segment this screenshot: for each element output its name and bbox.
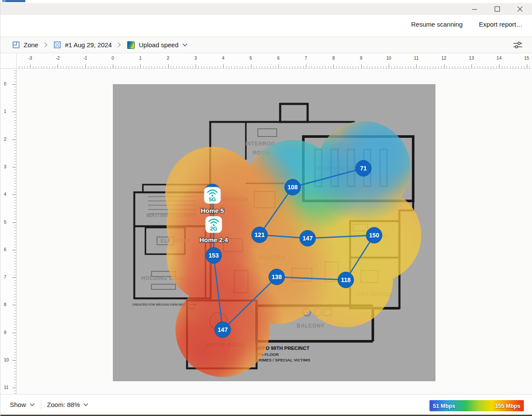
ruler-tick <box>74 66 75 68</box>
ruler-tick <box>14 173 16 173</box>
ruler-tick <box>14 374 16 374</box>
ruler-tick <box>265 66 265 68</box>
ruler-tick <box>14 164 16 164</box>
ruler-tick <box>14 288 16 289</box>
ruler-tick <box>14 228 16 228</box>
ruler-number: 15 <box>524 55 529 61</box>
ruler-tick <box>14 161 16 162</box>
ruler-tick <box>14 156 16 156</box>
ruler-number: -2 <box>56 55 60 61</box>
ruler-tick <box>14 343 16 344</box>
ruler-tick <box>245 66 246 68</box>
ruler-tick <box>425 66 425 68</box>
ruler-tick <box>466 66 466 68</box>
ruler-tick <box>339 66 339 68</box>
zoom-control[interactable]: Zoom: 88% <box>47 401 89 408</box>
ruler-tick <box>480 66 480 68</box>
measurement-point[interactable]: 150 <box>366 228 382 243</box>
ruler-tick <box>369 66 370 68</box>
ruler-tick <box>14 192 16 192</box>
ruler-tick <box>41 66 42 68</box>
ruler-tick <box>278 64 279 68</box>
ruler-number: 8 <box>332 55 335 61</box>
ruler-number: 8 <box>4 302 6 307</box>
ruler-tick <box>14 368 16 369</box>
ruler-tick <box>361 64 362 68</box>
close-button[interactable] <box>511 3 529 15</box>
ruler-tick <box>444 64 444 68</box>
show-menu-button[interactable]: Show <box>10 401 35 408</box>
ruler-tick <box>193 66 193 68</box>
ruler-tick <box>88 66 88 68</box>
breadcrumb-snapshot-label: #1 Aug 29, 2024 <box>65 41 112 49</box>
ruler-tick <box>12 140 16 140</box>
ruler-tick <box>14 159 16 159</box>
measurement-point[interactable]: 71 <box>356 161 372 176</box>
ruler-tick <box>394 66 395 68</box>
ruler-tick <box>405 66 406 68</box>
ruler-tick <box>14 252 16 253</box>
ruler-tick <box>273 66 273 68</box>
ruler-tick <box>14 197 16 198</box>
measurement-point[interactable]: 147 <box>215 322 231 338</box>
ruler-tick <box>212 66 212 68</box>
heatmap-canvas[interactable]: INTERROG.ROOMWAITING / STAIRSELEVATORHOL… <box>17 69 532 394</box>
ruler-tick <box>14 142 16 143</box>
measurement-point[interactable]: 138 <box>269 269 285 285</box>
measurement-value: 121 <box>254 231 265 238</box>
ruler-tick <box>14 189 16 189</box>
ruler-tick <box>499 64 499 68</box>
ruler-tick <box>281 66 281 68</box>
resume-scanning-button[interactable]: Resume scanning <box>411 21 462 28</box>
ruler-tick <box>14 92 16 93</box>
ruler-number: 1 <box>4 109 6 114</box>
ruler-tick <box>505 66 505 68</box>
ruler-tick <box>226 66 227 68</box>
ruler-tick <box>524 66 524 68</box>
breadcrumb-snapshot[interactable]: #1 Aug 29, 2024 <box>54 41 112 49</box>
close-icon <box>517 6 523 12</box>
ruler-tick <box>378 66 378 68</box>
ruler-tick <box>14 310 16 311</box>
measurement-point[interactable]: 108 <box>285 179 301 195</box>
ruler-number: 2 <box>4 137 6 142</box>
ruler-tick <box>14 269 16 270</box>
ruler-tick <box>491 66 491 68</box>
ruler-tick <box>14 261 16 261</box>
access-point-home-5[interactable]: 5GHome 5 <box>201 187 224 214</box>
ruler-tick <box>12 222 16 223</box>
ruler-tick <box>14 148 16 148</box>
ruler-tick <box>325 66 326 68</box>
ruler-tick <box>118 66 119 68</box>
ruler-tick <box>124 66 124 68</box>
ruler-tick <box>14 297 16 297</box>
ruler-tick <box>317 66 317 68</box>
visualization-options-button[interactable] <box>513 40 523 50</box>
measurement-point[interactable]: 153 <box>206 248 222 264</box>
breadcrumb-zone[interactable]: Zone <box>12 41 38 49</box>
ruler-tick <box>49 66 50 68</box>
show-menu-label: Show <box>10 401 26 408</box>
ruler-tick <box>402 66 403 68</box>
visualization-selector[interactable]: Upload speed <box>127 41 187 49</box>
ruler-tick <box>14 181 16 181</box>
ruler-tick <box>14 175 16 176</box>
ruler-tick <box>14 125 16 126</box>
ruler-tick <box>72 66 72 68</box>
ruler-tick <box>176 66 177 68</box>
minimize-button[interactable] <box>465 3 484 15</box>
ruler-tick <box>14 242 16 242</box>
ruler-tick <box>110 66 111 68</box>
ruler-tick <box>190 66 190 68</box>
ruler-tick <box>102 66 102 68</box>
ruler-tick <box>383 66 384 68</box>
measurement-point[interactable]: 121 <box>252 227 268 243</box>
measurement-point[interactable]: 118 <box>338 272 354 288</box>
ruler-tick <box>502 66 502 68</box>
export-report-button[interactable]: Export report… <box>479 21 523 28</box>
ruler-number: 5 <box>4 219 6 225</box>
ruler-tick <box>14 109 16 109</box>
measurement-point[interactable]: 147 <box>300 231 316 246</box>
maximize-button[interactable] <box>488 3 507 15</box>
ruler-tick <box>414 66 414 68</box>
